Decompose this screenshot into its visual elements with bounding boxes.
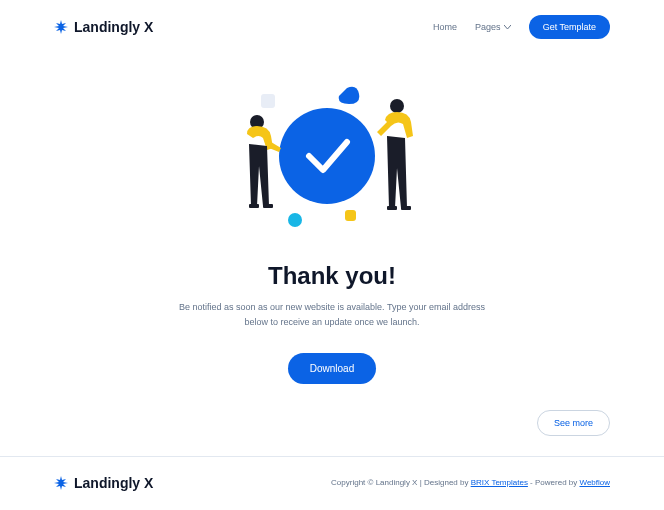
get-template-button[interactable]: Get Template: [529, 15, 610, 39]
footer-copyright: Copyright © Landingly X | Designed by: [331, 478, 471, 487]
footer-brand-name: Landingly X: [74, 475, 153, 491]
page-title: Thank you!: [54, 262, 610, 290]
footer-mid: - Powered by: [528, 478, 580, 487]
main: Thank you! Be notified as soon as our ne…: [54, 86, 610, 436]
thank-you-illustration: [229, 86, 435, 236]
footer-link-brix[interactable]: BRIX Templates: [471, 478, 528, 487]
download-button[interactable]: Download: [288, 353, 376, 384]
nav: Home Pages Get Template: [433, 15, 610, 39]
header: Landingly X Home Pages Get Template: [54, 0, 610, 40]
footer: Landingly X Copyright © Landingly X | De…: [54, 457, 610, 491]
see-more-button[interactable]: See more: [537, 410, 610, 436]
svg-point-7: [390, 99, 404, 113]
logo-mark-icon: [54, 476, 68, 490]
nav-home[interactable]: Home: [433, 22, 457, 32]
svg-point-3: [279, 108, 375, 204]
logo-mark-icon: [54, 20, 68, 34]
subtitle: Be notified as soon as our new website i…: [54, 300, 610, 331]
footer-link-webflow[interactable]: Webflow: [579, 478, 610, 487]
chevron-down-icon: [504, 25, 511, 29]
svg-rect-0: [261, 94, 275, 108]
svg-rect-5: [249, 204, 259, 208]
svg-point-2: [288, 213, 302, 227]
brand-name: Landingly X: [74, 19, 153, 35]
nav-pages[interactable]: Pages: [475, 22, 511, 32]
svg-rect-6: [263, 204, 273, 208]
footer-text: Copyright © Landingly X | Designed by BR…: [331, 478, 610, 487]
subtitle-line1: Be notified as soon as our new website i…: [179, 302, 485, 312]
footer-logo[interactable]: Landingly X: [54, 475, 153, 491]
nav-pages-label: Pages: [475, 22, 501, 32]
svg-rect-1: [345, 210, 356, 221]
svg-rect-8: [387, 206, 397, 210]
svg-rect-9: [401, 206, 411, 210]
subtitle-line2: below to receive an update once we launc…: [244, 317, 419, 327]
logo[interactable]: Landingly X: [54, 19, 153, 35]
